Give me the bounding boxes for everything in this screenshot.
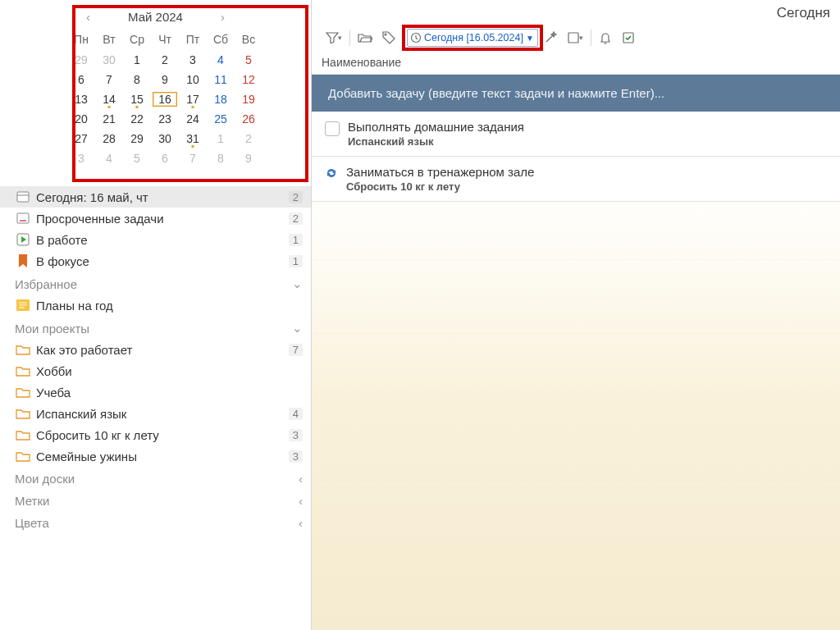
done-button[interactable] xyxy=(618,28,639,48)
open-button[interactable] xyxy=(354,28,377,48)
section-label: Избранное xyxy=(15,277,292,291)
nav-today[interactable]: Сегодня: 16 май, чт 2 xyxy=(0,186,311,208)
chevron-down-icon: ⌄ xyxy=(292,276,303,291)
project-item-spanish[interactable]: Испанский язык4 xyxy=(0,403,311,424)
chevron-left-icon: ‹ xyxy=(299,472,303,486)
task-row[interactable]: Выполнять домашние заданияИспанский язык xyxy=(312,112,840,157)
calendar-day-icon xyxy=(15,189,31,204)
calendar-day[interactable]: 3 xyxy=(179,50,207,70)
page-title: Сегодня xyxy=(312,0,840,25)
calendar-day[interactable]: 23 xyxy=(151,109,179,129)
section-label: Мои проекты xyxy=(15,322,292,336)
svg-rect-0 xyxy=(17,192,29,202)
calendar-day[interactable]: 8 xyxy=(207,148,235,168)
project-item-hobby[interactable]: Хобби xyxy=(0,360,311,381)
task-row[interactable]: Заниматься в тренажерном залеСбросить 10… xyxy=(312,157,840,202)
calendar-prev-button[interactable]: ‹ xyxy=(83,10,94,24)
calendar-day[interactable]: 17 xyxy=(179,89,207,109)
folder-icon xyxy=(15,406,31,421)
nav-working[interactable]: В работе 1 xyxy=(0,229,311,250)
project-item-how[interactable]: Как это работает7 xyxy=(0,339,311,360)
calendar-day[interactable]: 28 xyxy=(95,129,123,148)
calendar-day[interactable]: 26 xyxy=(235,109,262,129)
calendar-day[interactable]: 18 xyxy=(207,89,235,109)
calendar-day[interactable]: 30 xyxy=(95,50,123,70)
task-title: Выполнять домашние задания xyxy=(348,120,524,134)
calendar-day[interactable]: 14 xyxy=(95,89,123,109)
calendar-day[interactable]: 24 xyxy=(179,109,207,129)
calendar-title: Май 2024 xyxy=(100,10,211,24)
calendar-day[interactable]: 6 xyxy=(67,70,95,89)
calendar-day[interactable]: 22 xyxy=(123,109,151,129)
nav-label: В фокусе xyxy=(36,254,289,268)
filter-button[interactable]: ▾ xyxy=(322,28,346,48)
calendar-day[interactable]: 29 xyxy=(67,50,95,70)
date-filter-pill[interactable]: Сегодня [16.05.2024] ▼ xyxy=(407,29,538,47)
play-icon xyxy=(15,232,31,247)
calendar-day[interactable]: 29 xyxy=(123,129,151,148)
calendar-day[interactable]: 6 xyxy=(151,148,179,168)
calendar-day[interactable]: 4 xyxy=(95,148,123,168)
calendar-day[interactable]: 27 xyxy=(67,129,95,148)
calendar-day[interactable]: 1 xyxy=(123,50,151,70)
calendar-day[interactable]: 7 xyxy=(179,148,207,168)
task-project: Сбросить 10 кг к лету xyxy=(346,180,534,193)
add-task-input[interactable]: Добавить задачу (введите текст задачи и … xyxy=(312,75,840,112)
nav-label: В работе xyxy=(36,233,289,247)
calendar-day[interactable]: 11 xyxy=(207,70,235,89)
calendar-day[interactable]: 13 xyxy=(67,89,95,109)
calendar-day[interactable]: 5 xyxy=(235,50,262,70)
calendar-day[interactable]: 19 xyxy=(235,89,262,109)
calendar-day[interactable]: 9 xyxy=(151,70,179,89)
svg-point-10 xyxy=(385,34,386,35)
chevron-left-icon: ‹ xyxy=(299,494,303,508)
calendar-day[interactable]: 15 xyxy=(123,89,151,109)
task-project: Испанский язык xyxy=(348,135,524,148)
calendar-day[interactable]: 21 xyxy=(95,109,123,129)
folder-icon xyxy=(15,385,31,399)
project-item-weight[interactable]: Сбросить 10 кг к лету3 xyxy=(0,424,311,445)
calendar-day[interactable]: 4 xyxy=(207,50,235,70)
task-checkbox[interactable] xyxy=(325,121,340,136)
note-icon xyxy=(15,298,31,313)
reminder-button[interactable] xyxy=(595,28,616,48)
nav-label: Учеба xyxy=(36,386,303,399)
section-colors[interactable]: Цвета ‹ xyxy=(0,511,311,533)
nav-overdue[interactable]: Просроченные задачи 2 xyxy=(0,208,311,229)
section-boards[interactable]: Мои доски ‹ xyxy=(0,467,311,489)
nav-label: Хобби xyxy=(36,364,303,378)
calendar-day[interactable]: 20 xyxy=(67,109,95,129)
calendar-day[interactable]: 2 xyxy=(151,50,179,70)
calendar-day[interactable]: 31 xyxy=(179,129,207,148)
calendar-day[interactable]: 5 xyxy=(123,148,151,168)
project-item-dinner[interactable]: Семейные ужины3 xyxy=(0,445,311,467)
calendar-day[interactable]: 30 xyxy=(151,129,179,148)
wand-button[interactable] xyxy=(540,28,561,48)
fav-item-plans[interactable]: Планы на год xyxy=(0,294,311,316)
add-task-placeholder: Добавить задачу (введите текст задачи и … xyxy=(328,86,664,100)
calendar-day[interactable]: 2 xyxy=(235,129,262,148)
calendar-day-today[interactable]: 16 xyxy=(151,89,179,109)
checkbox-button[interactable]: ▾ xyxy=(563,28,587,48)
project-item-study[interactable]: Учеба xyxy=(0,381,311,403)
section-label: Мои доски xyxy=(15,472,299,486)
calendar-day[interactable]: 8 xyxy=(123,70,151,89)
nav-count: 2 xyxy=(289,191,303,203)
bell-icon xyxy=(599,31,612,44)
tag-button[interactable] xyxy=(378,28,399,48)
section-tags[interactable]: Метки ‹ xyxy=(0,489,311,511)
calendar-day[interactable]: 7 xyxy=(95,70,123,89)
section-favorites[interactable]: Избранное ⌄ xyxy=(0,272,311,294)
nav-focus[interactable]: В фокусе 1 xyxy=(0,250,311,272)
nav-label: Просроченные задачи xyxy=(36,212,289,226)
calendar-next-button[interactable]: › xyxy=(217,10,228,24)
calendar-day[interactable]: 9 xyxy=(235,148,262,168)
section-projects[interactable]: Мои проекты ⌄ xyxy=(0,316,311,339)
calendar-weekday: Вт xyxy=(95,30,123,50)
calendar-day[interactable]: 25 xyxy=(207,109,235,129)
nav-label: Семейные ужины xyxy=(36,450,289,463)
calendar-day[interactable]: 1 xyxy=(207,129,235,148)
calendar-day[interactable]: 12 xyxy=(235,70,262,89)
calendar-day[interactable]: 10 xyxy=(179,70,207,89)
calendar-day[interactable]: 3 xyxy=(67,148,95,168)
